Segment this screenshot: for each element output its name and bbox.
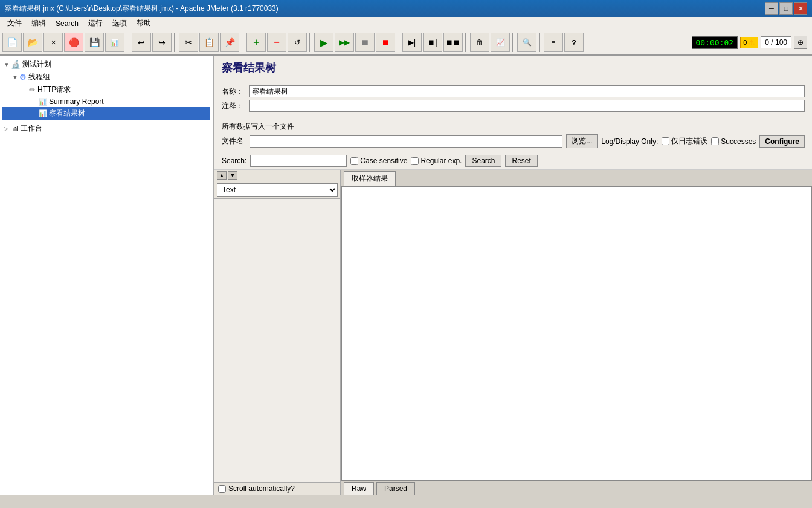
case-sensitive-checkbox[interactable] [350,157,358,165]
tree-item-result-tree[interactable]: 📊 察看结果树 [2,107,210,120]
errors-checkbox-label[interactable]: 仅日志错误 [662,136,707,146]
scroll-down-button[interactable]: ▼ [228,171,237,180]
cut-button[interactable]: ✂ [179,33,198,52]
separator-4 [309,33,312,52]
start-no-pause-button[interactable]: ▶▶ [335,33,354,52]
clear-all-button[interactable]: 🗑 [470,33,489,52]
stop-red-button[interactable]: 🔴 [64,33,83,52]
comment-row: 注释： [222,100,805,112]
panel-title: 察看结果树 [214,56,812,80]
menu-run[interactable]: 运行 [83,17,108,30]
maximize-button[interactable]: □ [779,2,793,15]
remote-all-button[interactable]: ⏹⏹ [443,33,463,52]
close-button[interactable]: ✕ [794,2,807,15]
configure-button[interactable]: Configure [759,135,805,148]
http-label: HTTP请求 [37,85,71,95]
tab-raw[interactable]: Raw [344,482,374,495]
tab-parsed[interactable]: Parsed [376,482,415,495]
remove-button[interactable]: − [267,33,286,52]
result-tree-label: 察看结果树 [49,108,85,119]
menu-bar: 文件 编辑 Search 运行 选项 帮助 [0,17,812,30]
close-button-tb[interactable]: ✕ [44,33,63,52]
tree-item-summary-report[interactable]: 📊 Summary Report [2,96,210,107]
summary-label: Summary Report [49,97,104,106]
expand-icon-6: ▷ [4,125,11,132]
save-button[interactable]: 💾 [85,33,104,52]
menu-options[interactable]: 选项 [108,17,132,30]
right-panel: 察看结果树 名称： 注释： 所有数据写入一个文件 文件名 浏览... Log/D… [214,56,812,495]
file-area: 所有数据写入一个文件 文件名 浏览... Log/Display Only: 仅… [214,119,812,152]
tree-item-workbench[interactable]: ▷ 🖥 工作台 [2,122,210,135]
start-button[interactable]: ▶ [314,33,334,52]
bottom-tabs: Raw Parsed [341,480,812,495]
help-button[interactable]: ? [564,33,584,52]
scroll-auto-checkbox[interactable] [218,485,226,493]
timer-display: 00:00:02 [692,36,738,49]
regular-exp-label[interactable]: Regular exp. [411,157,462,165]
window-title: 察看结果树.jmx (C:\Users\r\Desktop\察看结果树.jmx)… [5,4,279,14]
separator-1 [127,33,129,52]
warning-badge: 0 ⚠ [740,37,758,48]
left-result-content [214,199,340,482]
expand-icon: ▼ [4,61,11,68]
expand-icon-2: ▼ [12,74,19,80]
test-plan-icon: 🔬 [11,60,21,69]
reset-button[interactable]: Reset [505,155,537,167]
errors-checkbox[interactable] [662,137,669,145]
menu-file[interactable]: 文件 [2,17,27,30]
successes-checkbox[interactable] [711,137,719,145]
browse-button[interactable]: 浏览... [566,134,598,148]
minimize-button[interactable]: ─ [765,2,778,15]
title-bar: 察看结果树.jmx (C:\Users\r\Desktop\察看结果树.jmx)… [0,0,812,17]
paste-button[interactable]: 📌 [220,33,239,52]
new-button[interactable]: 📄 [2,33,22,52]
text-dropdown[interactable]: Text [217,183,338,197]
warning-icon: ⚠ [748,38,755,47]
comment-label: 注释： [222,101,249,111]
scroll-auto-row: Scroll automatically? [214,482,340,495]
window-controls[interactable]: ─ □ ✕ [765,2,807,15]
case-sensitive-label[interactable]: Case sensitive [350,157,407,165]
nav-button[interactable]: ⊕ [794,36,807,49]
stop-now-button[interactable]: ⏹ [376,33,395,52]
open-button[interactable]: 📂 [23,33,42,52]
name-input[interactable] [249,85,805,97]
menu-edit[interactable]: 编辑 [27,17,51,30]
scroll-arrows: ▲ ▼ [214,170,340,181]
scroll-up-button[interactable]: ▲ [217,171,227,180]
stop-button[interactable]: ⏹ [355,33,375,52]
comment-input[interactable] [249,100,805,112]
tree-item-http-request[interactable]: ✏ HTTP请求 [2,83,210,96]
tab-sampler-results[interactable]: 取样器结果 [344,171,396,186]
thread-group-icon: ⚙ [19,73,27,82]
add-button[interactable]: + [246,33,266,52]
remote-start-button[interactable]: ▶| [402,33,422,52]
menu-search[interactable]: Search [51,18,83,29]
workbench-icon: 🖥 [11,124,19,133]
tree-panel: ▼ 🔬 测试计划 ▼ ⚙ 线程组 ✏ HTTP请求 📊 Summary Repo… [0,56,214,495]
undo-button[interactable]: ↩ [132,33,151,52]
separator-2 [174,33,176,52]
redo-button[interactable]: ↪ [152,33,172,52]
search-input[interactable] [250,155,347,167]
copy-button[interactable]: 📋 [199,33,219,52]
sampler-content [341,187,812,480]
function-helper-button[interactable]: 🔍 [517,33,536,52]
tree-item-thread-group[interactable]: ▼ ⚙ 线程组 [2,71,210,83]
clear-button[interactable]: ↺ [288,33,307,52]
saveas-button[interactable]: 📊 [105,33,124,52]
left-result-panel: ▲ ▼ Text Scroll automatically? [214,170,341,495]
tree-item-test-plan[interactable]: ▼ 🔬 测试计划 [2,58,210,71]
regular-exp-checkbox[interactable] [411,157,419,165]
toolbar: 📄 📂 ✕ 🔴 💾 📊 ↩ ↪ ✂ 📋 📌 + − ↺ ▶ ▶▶ ⏹ ⏹ ▶| … [0,30,812,56]
successes-checkbox-label[interactable]: Successes [711,137,756,146]
menu-help[interactable]: 帮助 [132,17,156,30]
text-dropdown-row: Text [214,181,340,199]
file-section-title: 所有数据写入一个文件 [222,122,805,132]
save-graph-button[interactable]: 📈 [491,33,510,52]
search-button[interactable]: Search [465,155,501,167]
report-button[interactable]: ≡ [544,33,563,52]
separator-6 [465,33,468,52]
file-input[interactable] [250,135,562,148]
remote-stop-button[interactable]: ⏹| [423,33,442,52]
